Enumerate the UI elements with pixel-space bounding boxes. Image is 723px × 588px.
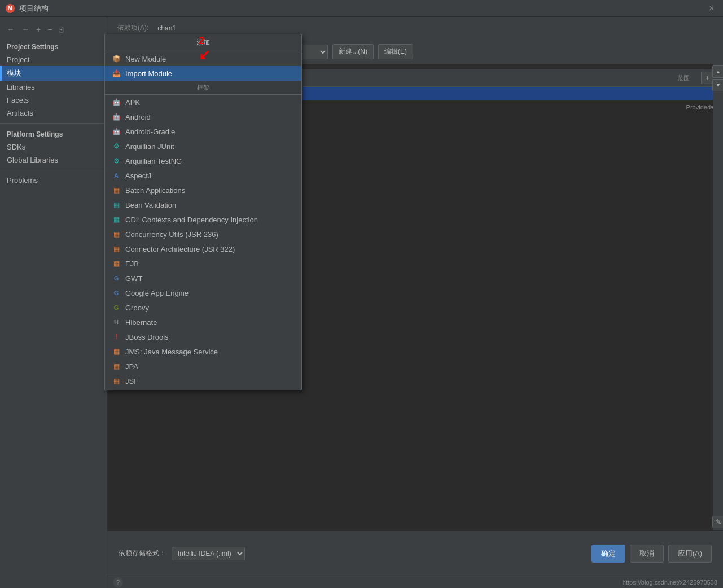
dropdown-item-apk[interactable]: 🤖 APK <box>105 95 301 109</box>
dropdown-item-cdi[interactable]: ▦ CDI: Contexts and Dependency Injection <box>105 212 301 227</box>
add-dep-button[interactable]: + <box>701 72 713 84</box>
scroll-down-button[interactable]: ▼ <box>712 79 724 91</box>
google-app-engine-icon: G <box>112 288 121 297</box>
connector-icon: ▦ <box>112 244 121 253</box>
sidebar-item-project[interactable]: Project <box>0 53 107 66</box>
ejb-label: EJB <box>125 260 139 268</box>
cancel-button[interactable]: 取消 <box>630 545 664 563</box>
connector-label: Connector Architecture (JSR 322) <box>125 245 235 253</box>
sidebar-item-sdks[interactable]: SDKs <box>0 141 107 153</box>
scroll-up-button[interactable]: ▲ <box>712 65 724 78</box>
dropdown-scroll: 📦 New Module 📥 Import Module 框架 🤖 APK 🤖 … <box>105 51 301 390</box>
concurrency-icon: ▦ <box>112 230 121 239</box>
dropdown-item-android-gradle[interactable]: 🤖 Android-Gradle <box>105 124 301 139</box>
status-url: https://blog.csdn.net/x2425970538 <box>623 579 717 586</box>
dropdown-item-jboss-drools[interactable]: ! JBoss Drools <box>105 330 301 344</box>
gwt-icon: G <box>112 274 121 283</box>
close-button[interactable]: × <box>706 3 717 14</box>
batch-label: Batch Applications <box>125 186 185 195</box>
import-module-label: Import Module <box>125 69 172 78</box>
dropdown-item-android[interactable]: 🤖 Android <box>105 109 301 124</box>
dropdown-item-json-binding[interactable]: ▦ JSON Binding <box>105 388 301 390</box>
sidebar-item-modules[interactable]: 模块 <box>0 66 107 81</box>
android-gradle-icon: 🤖 <box>112 127 121 136</box>
back-button[interactable]: ← <box>5 24 17 35</box>
jsf-label: JSF <box>125 377 138 385</box>
dropdown-item-import-module[interactable]: 📥 Import Module <box>105 66 301 81</box>
dropdown-item-jpa[interactable]: ▦ JPA <box>105 359 301 374</box>
help-button[interactable]: ? <box>113 577 123 587</box>
aspectj-icon: A <box>112 171 121 180</box>
android-icon: 🤖 <box>112 112 121 121</box>
dropdown-item-ejb[interactable]: ▦ EJB <box>105 256 301 271</box>
scope-header: 范围 <box>677 74 690 82</box>
dropdown-item-groovy[interactable]: G Groovy <box>105 300 301 315</box>
edit-dep-button[interactable]: ✎ <box>712 516 724 528</box>
sidebar-item-libraries[interactable]: Libraries <box>0 81 107 94</box>
status-bar: ? https://blog.csdn.net/x2425970538 <box>107 576 723 588</box>
batch-icon: ▦ <box>112 186 121 195</box>
sidebar-item-global-libraries[interactable]: Global Libraries <box>0 153 107 166</box>
framework-section-label: 框架 <box>105 81 301 95</box>
dropdown-item-gwt[interactable]: G GWT <box>105 271 301 286</box>
dropdown-item-batch[interactable]: ▦ Batch Applications <box>105 183 301 198</box>
cdi-label: CDI: Contexts and Dependency Injection <box>125 216 258 224</box>
arquillian-junit-icon: ⚙ <box>112 142 121 151</box>
dropdown-item-jms[interactable]: ▦ JMS: Java Message Service <box>105 344 301 359</box>
dropdown-item-hibernate[interactable]: H Hibernate <box>105 315 301 330</box>
apply-button[interactable]: 应用(A) <box>668 545 712 563</box>
add-button[interactable]: + <box>34 24 43 35</box>
sidebar-divider-1 <box>0 123 107 124</box>
window-title: 项目结构 <box>19 3 49 14</box>
dropdown-item-arquillian-junit[interactable]: ⚙ Arquillian JUnit <box>105 139 301 153</box>
hibernate-label: Hibernate <box>125 318 157 327</box>
jpa-label: JPA <box>125 362 138 371</box>
sidebar-item-problems[interactable]: Problems <box>0 174 107 187</box>
new-module-label: New Module <box>125 55 166 63</box>
apk-label: APK <box>125 98 140 107</box>
google-app-engine-label: Google App Engine <box>125 289 189 297</box>
android-gradle-label: Android-Gradle <box>125 128 175 136</box>
dropdown-item-bean-validation[interactable]: ▦ Bean Validation <box>105 198 301 212</box>
arquillian-junit-label: Arquillian JUnit <box>125 142 174 151</box>
dropdown-item-google-app-engine[interactable]: G Google App Engine <box>105 286 301 300</box>
new-module-icon: 📦 <box>112 54 121 63</box>
edit-sdk-button[interactable]: 编辑(E) <box>378 44 413 59</box>
jboss-drools-icon: ! <box>112 332 121 341</box>
arquillian-testng-label: Arquillian TestNG <box>125 157 182 165</box>
concurrency-label: Concurrency Utils (JSR 236) <box>125 230 218 239</box>
jpa-icon: ▦ <box>112 362 121 371</box>
storage-format-row: 依赖存储格式： IntelliJ IDEA (.iml) <box>119 547 245 560</box>
sidebar-item-artifacts[interactable]: Artifacts <box>0 107 107 120</box>
jsf-icon: ▦ <box>112 376 121 385</box>
sidebar-item-facets[interactable]: Facets <box>0 94 107 107</box>
gwt-label: GWT <box>125 274 142 283</box>
storage-label: 依赖存储格式： <box>119 548 166 558</box>
project-settings-label: Project Settings <box>0 40 107 53</box>
dropdown-item-jsf[interactable]: ▦ JSF <box>105 374 301 388</box>
apk-icon: 🤖 <box>112 98 121 107</box>
ejb-icon: ▦ <box>112 259 121 268</box>
sidebar-divider-2 <box>0 170 107 170</box>
groovy-icon: G <box>112 303 121 312</box>
forward-button[interactable]: → <box>19 24 32 35</box>
remove-button[interactable]: − <box>45 24 54 35</box>
new-sdk-button[interactable]: 新建...(N) <box>332 44 374 59</box>
dropdown-item-connector[interactable]: ▦ Connector Architecture (JSR 322) <box>105 242 301 256</box>
dropdown-item-new-module[interactable]: 📦 New Module <box>105 51 301 66</box>
dropdown-item-concurrency[interactable]: ▦ Concurrency Utils (JSR 236) <box>105 227 301 242</box>
dep-junit-scope[interactable]: Provided▾ <box>686 104 714 111</box>
cdi-icon: ▦ <box>112 215 121 224</box>
tab-label: chan1 <box>157 24 176 32</box>
bean-validation-icon: ▦ <box>112 200 121 209</box>
storage-select[interactable]: IntelliJ IDEA (.iml) <box>172 547 245 560</box>
dropdown-item-aspectj[interactable]: A AspectJ <box>105 168 301 183</box>
dropdown-item-arquillian-testng[interactable]: ⚙ Arquillian TestNG <box>105 153 301 168</box>
import-module-icon: 📥 <box>112 69 121 78</box>
confirm-button[interactable]: 确定 <box>591 545 625 563</box>
android-label: Android <box>125 113 151 121</box>
action-buttons: 确定 取消 应用(A) <box>591 545 712 563</box>
bean-validation-label: Bean Validation <box>125 201 176 209</box>
copy-button[interactable]: ⎘ <box>56 24 65 35</box>
toolbar-label: 依赖项(A): <box>117 23 148 33</box>
